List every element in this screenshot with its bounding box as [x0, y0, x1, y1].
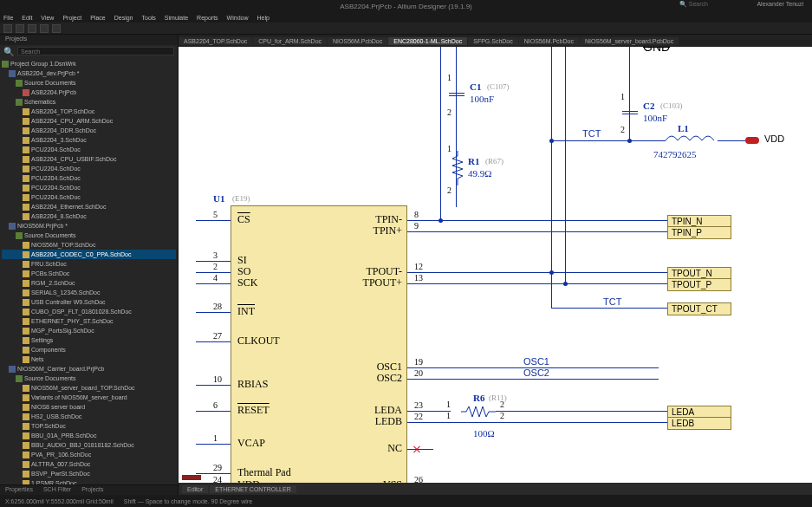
- document-tab[interactable]: NIOS56M.PcbDoc: [328, 37, 387, 45]
- tree-item[interactable]: NIOS8 server board: [2, 402, 176, 412]
- tree-item[interactable]: ASB2204_Ethernet.SchDoc: [2, 202, 176, 211]
- footer-tab-schfilter[interactable]: SCH Filter: [38, 485, 76, 495]
- editor-area: ASB2204_TOP.SchDocCPU_for_ARM.SchDocNIOS…: [179, 35, 812, 495]
- pin-wire: [196, 411, 231, 412]
- document-tab[interactable]: ASB2204_TOP.SchDoc: [179, 37, 252, 45]
- document-tab[interactable]: NIOS56M_server_board.PcbDoc: [580, 37, 679, 45]
- sheet-tab-editor[interactable]: Editor: [182, 485, 208, 493]
- tree-item[interactable]: CUBO_DSP_FLT_01801028.SchDoc: [2, 307, 176, 316]
- tree-item[interactable]: PCU2204.SchDoc: [2, 164, 176, 173]
- tree-item[interactable]: NIOS56M_server_board_TOP.SchDoc: [2, 383, 176, 393]
- tree-item[interactable]: Settings: [2, 335, 176, 345]
- document-tab[interactable]: SFPG.SchDoc: [468, 37, 518, 45]
- document-tab[interactable]: NIOS56M.PcbDoc: [519, 37, 579, 45]
- component-r6[interactable]: [461, 406, 496, 417]
- c2-designator: C2: [643, 101, 654, 111]
- tree-item[interactable]: BBU_AUDIO_BBJ_01818182.SchDoc: [2, 440, 176, 450]
- tree-item[interactable]: PCU2204.SchDoc: [2, 145, 176, 154]
- tree-item[interactable]: SERIALS_12345.SchDoc: [2, 288, 176, 297]
- component-c1[interactable]: [449, 86, 464, 103]
- schematic-canvas[interactable]: U1 (E19) 5CS3SI2SO4SCK28INT27CLKOUT10RBI…: [179, 47, 812, 495]
- menu-reports[interactable]: Reports: [197, 15, 218, 21]
- tree-item-icon: [23, 413, 29, 420]
- toolbar-button[interactable]: [40, 24, 49, 33]
- tree-item[interactable]: Components: [2, 345, 176, 354]
- tree-item[interactable]: PCU2204.SchDoc: [2, 183, 176, 192]
- tree-item[interactable]: PCU2204.SchDoc: [2, 173, 176, 183]
- menu-window[interactable]: Window: [227, 15, 249, 21]
- tree-item[interactable]: ASB2204_CPU_USBIF.SchDoc: [2, 154, 176, 164]
- wire: [407, 220, 667, 221]
- tree-item[interactable]: Schematics: [2, 97, 176, 107]
- tree-item[interactable]: TOP.SchDoc: [2, 421, 176, 431]
- global-search[interactable]: 🔍 Search: [679, 1, 708, 8]
- wire: [551, 308, 667, 309]
- tree-item[interactable]: PCBs.SchDoc: [2, 269, 176, 278]
- tree-item[interactable]: ASB2204_TOP.SchDoc: [2, 107, 176, 116]
- document-tab[interactable]: CPU_for_ARM.SchDoc: [253, 37, 327, 45]
- wire: [407, 231, 667, 232]
- user-label[interactable]: Alexander Tenuzi: [757, 1, 803, 7]
- project-search-input[interactable]: [17, 47, 174, 55]
- panel-tab-projects[interactable]: Projects: [0, 35, 32, 45]
- tree-item[interactable]: 1.PSMR.SchDoc: [2, 478, 176, 484]
- tree-item[interactable]: ASB2204_CPU_ARM.SchDoc: [2, 116, 176, 126]
- r6-comment: (R11): [489, 393, 507, 402]
- tree-item[interactable]: RGM_2.SchDoc: [2, 278, 176, 288]
- tree-item[interactable]: Source Documents: [2, 231, 176, 240]
- tree-item[interactable]: BSVP_PwrSt.SchDoc: [2, 469, 176, 478]
- document-tab[interactable]: ENC28060-1-ML.SchDoc: [388, 37, 467, 45]
- tree-item[interactable]: ASB2204_CODEC_C0_PPA.SchDoc: [2, 250, 176, 259]
- menu-edit[interactable]: Edit: [22, 15, 32, 21]
- tree-item[interactable]: ASB2204_DDR.SchDoc: [2, 126, 176, 135]
- component-l1[interactable]: [666, 133, 718, 147]
- tree-item[interactable]: Source Documents: [2, 374, 176, 383]
- port-ledb[interactable]: LEDB: [667, 417, 731, 430]
- tree-item-icon: [23, 261, 29, 268]
- footer-tab-projects[interactable]: Projects: [76, 485, 108, 495]
- tree-item[interactable]: Project Group 1.DsnWrk: [2, 59, 176, 68]
- tree-item[interactable]: USB Controller W9.SchDoc: [2, 297, 176, 307]
- menu-tools[interactable]: Tools: [142, 15, 156, 21]
- port-tpin_p[interactable]: TPIN_P: [667, 226, 731, 239]
- tree-item[interactable]: PCU2204.SchDoc: [2, 192, 176, 202]
- document-tabs: ASB2204_TOP.SchDocCPU_for_ARM.SchDocNIOS…: [179, 35, 812, 47]
- tree-item[interactable]: Nets: [2, 354, 176, 364]
- tree-item[interactable]: NIOS56M.PrjPcb *: [2, 221, 176, 231]
- port-tpout_p[interactable]: TPOUT_P: [667, 278, 731, 291]
- r6-pin1: 1: [446, 411, 451, 420]
- menu-project[interactable]: Project: [62, 15, 81, 21]
- tree-item[interactable]: HS2_USB.SchDoc: [2, 412, 176, 421]
- project-tree[interactable]: Project Group 1.DsnWrkASB2204_dev.PrjPcb…: [0, 57, 178, 484]
- port-tpout_ct[interactable]: TPOUT_CT: [667, 302, 731, 315]
- component-r1[interactable]: [452, 151, 463, 185]
- tree-item[interactable]: NIOS56M_Carrier_board.PrjPcb: [2, 364, 176, 374]
- tree-item[interactable]: ETHERNET_PHY_ST.SchDoc: [2, 316, 176, 326]
- tree-item[interactable]: Variants of NIOS56M_server_board: [2, 393, 176, 402]
- toolbar-button[interactable]: [3, 24, 12, 33]
- tree-item[interactable]: MGP_PortsSlg.SchDoc: [2, 326, 176, 335]
- component-c2[interactable]: [622, 104, 638, 121]
- tree-item[interactable]: Source Documents: [2, 78, 176, 88]
- toolbar-button[interactable]: [16, 24, 24, 33]
- footer-tab-properties[interactable]: Properties: [0, 485, 38, 495]
- menu-simulate[interactable]: Simulate: [165, 15, 188, 21]
- tree-item[interactable]: ALTTRA_007.SchDoc: [2, 459, 176, 469]
- tree-item[interactable]: NIOS56M_TOP.SchDoc: [2, 240, 176, 250]
- menu-help[interactable]: Help: [257, 15, 270, 21]
- tree-item[interactable]: ASB2204_8.SchDoc: [2, 211, 176, 221]
- menu-view[interactable]: View: [41, 15, 54, 21]
- tree-item[interactable]: ASB2204.PrjPcb: [2, 88, 176, 97]
- tree-item[interactable]: PVA_PR_106.SchDoc: [2, 450, 176, 459]
- tree-item[interactable]: ASB2204_dev.PrjPcb *: [2, 68, 176, 78]
- menu-file[interactable]: File: [3, 15, 13, 21]
- tree-item[interactable]: BBU_01A_PRB.SchDoc: [2, 431, 176, 440]
- tree-item[interactable]: FRU.SchDoc: [2, 259, 176, 269]
- pin-wire: [196, 473, 231, 474]
- toolbar-button[interactable]: [52, 24, 61, 33]
- tree-item[interactable]: ASB2204_3.SchDoc: [2, 135, 176, 145]
- menu-design[interactable]: Design: [114, 15, 133, 21]
- menu-place[interactable]: Place: [90, 15, 106, 21]
- sheet-tab-ethernet[interactable]: ETHERNET CONTROLLER: [210, 485, 296, 493]
- toolbar-button[interactable]: [28, 24, 36, 33]
